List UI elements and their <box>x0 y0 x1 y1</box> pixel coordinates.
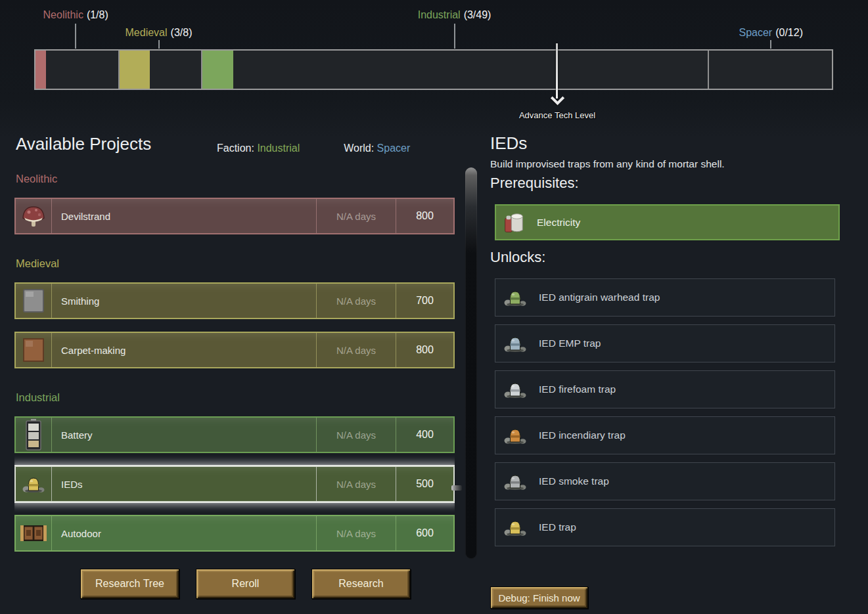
world-label: World: <box>344 143 374 154</box>
project-name: IEDs <box>52 467 316 501</box>
advance-arrow-line <box>556 43 558 99</box>
ied-blue-icon <box>503 335 527 352</box>
advance-tech-level-label: Advance Tech Level <box>519 110 595 120</box>
world-value: Spacer <box>377 143 411 154</box>
project-days: N/A days <box>316 516 396 550</box>
metal-icon <box>16 284 52 318</box>
project-row[interactable]: Battery N/A days 400 <box>14 416 455 453</box>
project-days: N/A days <box>316 199 396 233</box>
research-tree-button[interactable]: Research Tree <box>80 569 179 599</box>
unlock-name: IED incendiary trap <box>539 429 626 441</box>
unlock-name: IED firefoam trap <box>539 384 616 395</box>
project-days: N/A days <box>316 467 396 501</box>
project-days: N/A days <box>316 333 396 367</box>
selected-project-description: Build improvised traps from any kind of … <box>490 158 725 170</box>
project-group-industrial: Industrial Battery N/A days 400 IEDs N/A… <box>14 391 455 559</box>
unlock-item: IED EMP trap <box>495 324 835 362</box>
unlock-name: IED antigrain warhead trap <box>539 292 660 303</box>
faction-world-line: Faction: Industrial World: Spacer <box>217 143 410 154</box>
prerequisites-list: Electricity <box>495 204 840 240</box>
group-label: Medieval <box>16 257 455 270</box>
project-row[interactable]: Smithing N/A days 700 <box>14 282 455 319</box>
tech-name: Industrial <box>418 9 461 20</box>
tech-progress-bar <box>34 49 833 90</box>
tech-label-neolithic: Neolithic(1/8) <box>43 9 108 21</box>
tech-section-industrial <box>201 51 708 89</box>
unlock-item: IED smoke trap <box>495 462 835 500</box>
advance-arrow-head-icon <box>551 91 564 105</box>
project-cost: 800 <box>396 199 453 233</box>
tech-name: Medieval <box>126 27 168 38</box>
tech-name: Spacer <box>739 27 772 38</box>
available-projects-title: Available Projects <box>16 134 151 154</box>
project-cost: 600 <box>396 516 453 550</box>
tech-section-spacer <box>708 51 832 89</box>
project-row[interactable]: IEDs N/A days 500 <box>14 466 455 502</box>
project-days: N/A days <box>316 284 396 318</box>
carpet-icon <box>16 333 52 367</box>
project-cost: 800 <box>396 333 453 367</box>
unlock-name: IED EMP trap <box>539 338 601 349</box>
electricity-icon <box>501 209 526 236</box>
selected-project-title: IEDs <box>490 133 527 154</box>
scrollbar-nub[interactable] <box>451 485 462 491</box>
unlock-name: IED trap <box>539 521 576 533</box>
tech-label-medieval: Medieval(3/8) <box>126 27 193 39</box>
project-name: Autodoor <box>52 516 316 550</box>
project-cost: 400 <box>396 418 453 452</box>
project-list-scrollbar[interactable] <box>465 167 477 559</box>
project-row[interactable]: Carpet-making N/A days 800 <box>14 332 455 368</box>
group-label: Industrial <box>16 391 455 404</box>
ied-yellow-icon <box>503 519 527 536</box>
prerequisite-item[interactable]: Electricity <box>495 204 840 240</box>
ied-yellow-icon <box>16 467 52 501</box>
ied-white-icon <box>503 381 527 398</box>
project-name: Battery <box>52 418 316 452</box>
tech-section-medieval <box>118 51 201 89</box>
prerequisites-heading: Prerequisites: <box>490 175 579 192</box>
project-name: Smithing <box>52 284 316 318</box>
tech-count: (3/49) <box>464 9 491 20</box>
unlock-item: IED trap <box>495 508 835 546</box>
tech-count: (0/12) <box>775 27 803 38</box>
project-row[interactable]: Autodoor N/A days 600 <box>14 515 455 552</box>
reroll-button[interactable]: Reroll <box>196 569 295 599</box>
mushroom-icon <box>16 199 52 233</box>
tech-tick <box>454 24 455 49</box>
ied-orange-icon <box>503 427 527 444</box>
project-group-neolithic: Neolithic Devilstrand N/A days 800 <box>14 173 455 234</box>
ied-green-icon <box>503 289 527 306</box>
research-screen: Neolithic(1/8)Medieval(3/8)Industrial(3/… <box>0 0 868 614</box>
project-cost: 500 <box>396 467 453 501</box>
bottom-button-row: Research TreeRerollResearch <box>80 569 411 599</box>
tech-count: (1/8) <box>87 9 108 20</box>
project-days: N/A days <box>316 418 396 452</box>
tech-section-fill <box>202 51 233 89</box>
faction-value: Industrial <box>257 143 300 154</box>
project-name: Carpet-making <box>52 333 316 367</box>
project-row[interactable]: Devilstrand N/A days 800 <box>14 198 455 234</box>
unlocks-list: IED antigrain warhead trap IED EMP trap … <box>495 278 835 554</box>
debug-finish-now-button[interactable]: Debug: Finish now <box>490 586 588 609</box>
tech-label-industrial: Industrial(3/49) <box>418 9 491 21</box>
door-icon <box>16 516 52 550</box>
unlock-name: IED smoke trap <box>539 475 609 487</box>
research-button[interactable]: Research <box>311 569 411 599</box>
unlock-item: IED firefoam trap <box>495 370 835 408</box>
project-list: Neolithic Devilstrand N/A days 800 Medie… <box>14 167 455 559</box>
ied-gray-icon <box>503 473 527 490</box>
tech-section-fill <box>120 51 150 89</box>
prerequisite-name: Electricity <box>537 217 580 229</box>
battery-icon <box>16 418 52 452</box>
tech-tick <box>158 40 160 49</box>
tech-count: (3/8) <box>171 27 193 38</box>
tech-name: Neolithic <box>43 9 83 20</box>
tech-label-spacer: Spacer(0/12) <box>739 27 803 39</box>
faction-label: Faction: <box>217 143 254 154</box>
unlock-item: IED antigrain warhead trap <box>495 278 835 317</box>
tech-section-fill <box>35 51 46 89</box>
tech-tick <box>75 24 76 49</box>
unlock-item: IED incendiary trap <box>495 416 835 454</box>
group-label: Neolithic <box>16 173 455 185</box>
project-name: Devilstrand <box>52 199 316 233</box>
